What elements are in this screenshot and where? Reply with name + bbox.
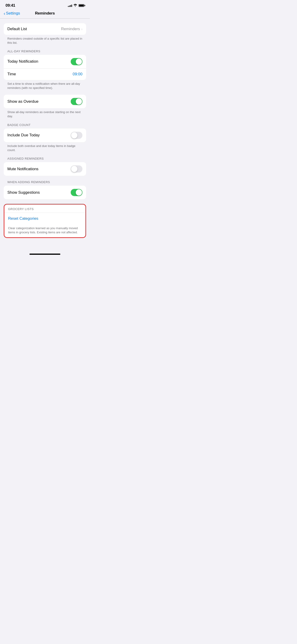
toggle-thumb	[71, 166, 77, 172]
reset-categories-row[interactable]: Reset Categories	[4, 213, 86, 224]
include-due-today-label: Include Due Today	[7, 133, 40, 138]
signal-bars-icon	[68, 4, 72, 7]
wifi-icon	[74, 4, 77, 7]
home-indicator	[0, 252, 90, 258]
show-as-overdue-description: Show all-day reminders as overdue starti…	[0, 108, 90, 118]
mute-notifications-toggle[interactable]	[71, 166, 82, 172]
grocery-lists-section-label: GROCERY LISTS	[4, 204, 86, 212]
grocery-lists-card-highlighted: GROCERY LISTS Reset Categories Clear cat…	[4, 204, 86, 238]
show-suggestions-row: Show Suggestions	[4, 186, 86, 199]
today-notification-row: Today Notification	[4, 55, 86, 68]
grocery-lists-inner: GROCERY LISTS Reset Categories Clear cat…	[4, 204, 86, 237]
mute-notifications-row: Mute Notifications	[4, 162, 86, 176]
toggle-thumb	[71, 132, 77, 138]
default-list-card: Default List Reminders ›	[4, 23, 86, 35]
all-day-section-label: ALL-DAY REMINDERS	[0, 50, 90, 53]
badge-count-section-label: BADGE COUNT	[0, 123, 90, 127]
badge-count-card: Include Due Today	[4, 128, 86, 142]
time-row[interactable]: Time 09:00	[4, 68, 86, 80]
time-label: Time	[7, 72, 16, 76]
assigned-reminders-card: Mute Notifications	[4, 162, 86, 176]
back-button[interactable]: ‹ Settings	[4, 11, 20, 16]
status-icons	[68, 4, 84, 7]
settings-content: Default List Reminders › Reminders creat…	[0, 19, 90, 252]
toggle-thumb	[76, 58, 82, 65]
mute-notifications-label: Mute Notifications	[7, 167, 38, 171]
home-bar	[30, 254, 60, 255]
grocery-lists-description: Clear categorization learned as you manu…	[4, 224, 86, 237]
toggle-thumb	[76, 189, 82, 196]
chevron-right-icon: ›	[81, 27, 82, 31]
default-list-value: Reminders ›	[61, 27, 82, 31]
battery-icon	[78, 4, 84, 7]
show-as-overdue-row: Show as Overdue	[4, 95, 86, 108]
status-time: 09:41	[6, 3, 15, 8]
include-due-today-toggle[interactable]	[71, 132, 82, 139]
when-adding-reminders-card: Show Suggestions	[4, 186, 86, 199]
time-value: 09:00	[72, 72, 82, 76]
show-as-overdue-label: Show as Overdue	[7, 99, 38, 104]
status-bar: 09:41	[0, 0, 90, 9]
show-as-overdue-toggle[interactable]	[71, 98, 82, 105]
today-notification-toggle[interactable]	[71, 58, 82, 65]
default-list-row[interactable]: Default List Reminders ›	[4, 23, 86, 35]
assigned-reminders-section-label: ASSIGNED REMINDERS	[0, 157, 90, 160]
show-suggestions-label: Show Suggestions	[7, 190, 40, 195]
toggle-thumb	[76, 98, 82, 104]
page-title: Reminders	[35, 11, 55, 16]
badge-count-description: Include both overdue and due today items…	[0, 142, 90, 152]
back-label: Settings	[6, 11, 20, 16]
default-list-description: Reminders created outside of a specific …	[0, 35, 90, 45]
back-chevron-icon: ‹	[4, 11, 5, 16]
reset-categories-label: Reset Categories	[8, 216, 38, 221]
when-adding-section-label: WHEN ADDING REMINDERS	[0, 180, 90, 184]
all-day-reminders-card: Today Notification Time 09:00	[4, 55, 86, 80]
show-suggestions-toggle[interactable]	[71, 189, 82, 196]
nav-bar: ‹ Settings Reminders	[0, 9, 90, 18]
default-list-label: Default List	[7, 27, 27, 31]
show-as-overdue-card: Show as Overdue	[4, 95, 86, 108]
reset-categories-card: Reset Categories	[4, 212, 86, 224]
all-day-description: Set a time to show a notification when t…	[0, 80, 90, 90]
today-notification-label: Today Notification	[7, 59, 38, 64]
include-due-today-row: Include Due Today	[4, 128, 86, 142]
